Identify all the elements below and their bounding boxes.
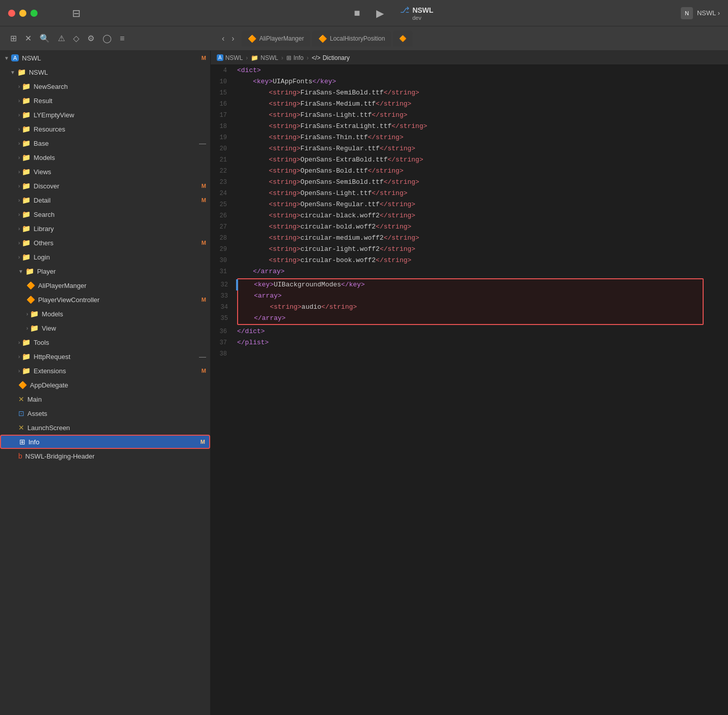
line-number: 26 bbox=[211, 210, 235, 221]
folder-icon-view: 📁 bbox=[30, 324, 39, 332]
tab-more[interactable]: 🔶 bbox=[393, 30, 413, 47]
chevron-right-icon-view: › bbox=[26, 326, 28, 331]
chevron-right-icon-views: › bbox=[18, 169, 20, 175]
sidebar-item-appdelegate[interactable]: 🔶 AppDelegate bbox=[0, 378, 210, 392]
diamond-icon[interactable]: ◇ bbox=[71, 31, 81, 45]
tab-localhistoryposition[interactable]: 🔶 LocalHistoryPosition bbox=[312, 30, 391, 47]
code-line-15: 15 <string>FiraSans-SemiBold.ttf</string… bbox=[211, 87, 728, 99]
menu-icon[interactable]: ≡ bbox=[118, 32, 126, 45]
nav-forward-icon[interactable]: › bbox=[228, 33, 237, 44]
sidebar-item-result[interactable]: › 📁 Result bbox=[0, 93, 210, 108]
sidebar-item-playerviewcontroller[interactable]: 🔶 PlayerViewController M bbox=[0, 292, 210, 307]
sidebar-item-main[interactable]: ✕ Main bbox=[0, 392, 210, 406]
minimize-button[interactable] bbox=[19, 10, 26, 17]
sidebar-item-aliplayermanger[interactable]: 🔶 AliPlayerManger bbox=[0, 278, 210, 292]
breadcrumb-sep-1: › bbox=[246, 54, 248, 61]
sidebar-item-player[interactable]: ▼ 📁 Player bbox=[0, 264, 210, 278]
warning-icon[interactable]: ⚠ bbox=[56, 31, 67, 45]
asset-icon-assets: ⊡ bbox=[18, 409, 24, 417]
sidebar-item-assets[interactable]: ⊡ Assets bbox=[0, 406, 210, 420]
breadcrumb-nswl-folder[interactable]: 📁 NSWL bbox=[251, 54, 278, 61]
code-line-34: 34 <string>audio</string> bbox=[238, 302, 703, 313]
sidebar-item-lyemptyview[interactable]: › 📁 LYEmptyView bbox=[0, 108, 210, 122]
sidebar-item-bridging-header[interactable]: b NSWL-Bridging-Header bbox=[0, 449, 210, 463]
line-number: 31 bbox=[211, 266, 235, 277]
sidebar-item-login[interactable]: › 📁 Login bbox=[0, 250, 210, 264]
folder-icon-result: 📁 bbox=[22, 96, 30, 105]
branch-name: dev bbox=[412, 15, 421, 21]
sidebar-item-extensions[interactable]: › 📁 Extensions M bbox=[0, 364, 210, 378]
line-number: 30 bbox=[211, 255, 235, 266]
sidebar-label-assets: Assets bbox=[27, 410, 47, 417]
swift-icon: 🔶 bbox=[248, 35, 256, 43]
maximize-button[interactable] bbox=[30, 10, 38, 17]
stop-icon[interactable]: ■ bbox=[354, 7, 360, 19]
sidebar-item-discover[interactable]: › 📁 Discover M bbox=[0, 179, 210, 193]
sidebar-item-newsearch[interactable]: › 📁 NewSearch bbox=[0, 79, 210, 93]
line-number: 15 bbox=[211, 87, 235, 99]
grid-icon[interactable]: ⊞ bbox=[8, 31, 19, 45]
account-label[interactable]: NSWL › bbox=[697, 9, 720, 17]
title-bar: ⊟ ■ ▶ ⎇ NSWL dev N NSWL › bbox=[0, 0, 728, 26]
breadcrumb-info[interactable]: ⊞ Info bbox=[286, 54, 304, 61]
run-icon[interactable]: ▶ bbox=[376, 7, 384, 19]
line-number: 34 bbox=[212, 302, 236, 313]
sidebar-item-search[interactable]: › 📁 Search bbox=[0, 207, 210, 221]
sidebar-item-view[interactable]: › 📁 View bbox=[0, 321, 210, 335]
sidebar-item-library[interactable]: › 📁 Library bbox=[0, 221, 210, 236]
chevron-right-icon-result: › bbox=[18, 98, 20, 104]
sidebar-item-resources[interactable]: › 📁 Resources bbox=[0, 122, 210, 136]
avatar[interactable]: N bbox=[681, 7, 693, 19]
sidebar-item-detail[interactable]: › 📁 Detail M bbox=[0, 193, 210, 207]
oval-icon[interactable]: ◯ bbox=[101, 31, 114, 45]
sidebar-item-base[interactable]: › 📁 Base — bbox=[0, 136, 210, 150]
line-number: 22 bbox=[211, 166, 235, 177]
breadcrumb-nswl-app[interactable]: A NSWL bbox=[217, 54, 243, 61]
sidebar-item-httprequest[interactable]: › 📁 HttpRequest — bbox=[0, 349, 210, 364]
chevron-right-icon-detail: › bbox=[18, 198, 20, 203]
sidebar-label-result: Result bbox=[34, 97, 52, 105]
code-area[interactable]: 4 <dict> 10 <key>UIAppFonts</key> 15 <st… bbox=[211, 65, 728, 715]
code-content: </array> bbox=[237, 266, 728, 277]
sidebar-label-launchscreen: LaunchScreen bbox=[27, 424, 70, 432]
sidebar-item-views[interactable]: › 📁 Views bbox=[0, 165, 210, 179]
sidebar-label-detail: Detail bbox=[34, 197, 50, 204]
sidebar-item-tools[interactable]: › 📁 Tools bbox=[0, 335, 210, 349]
folder-icon-models2: 📁 bbox=[30, 310, 39, 318]
sidebar-toggle-icon[interactable]: ⊟ bbox=[72, 7, 81, 19]
code-line-26: 26 <string>circular-black.woff2</string> bbox=[211, 210, 728, 221]
line-indicator-blue bbox=[236, 279, 238, 290]
code-line-24: 24 <string>OpenSans-Light.ttf</string> bbox=[211, 188, 728, 199]
code-content: <array> bbox=[238, 290, 703, 302]
badge-discover: M bbox=[202, 183, 206, 189]
line-number: 35 bbox=[212, 313, 236, 324]
swift-icon-2: 🔶 bbox=[318, 35, 327, 43]
close-button[interactable] bbox=[8, 10, 15, 17]
filter-icon[interactable]: ✕ bbox=[23, 31, 34, 45]
sidebar-item-models[interactable]: › 📁 Models bbox=[0, 150, 210, 165]
folder-icon-base: 📁 bbox=[22, 139, 30, 147]
toolbar-left: ⊞ ✕ 🔍 ⚠ ◇ ⚙ ◯ ≡ bbox=[4, 31, 215, 45]
tab-aliplayermanger[interactable]: 🔶 AliPlayerManger bbox=[242, 30, 310, 47]
sidebar-label-resources: Resources bbox=[34, 125, 65, 133]
sidebar-label-aliplayermanger: AliPlayerManger bbox=[38, 282, 86, 289]
code-content: <string>circular-bold.woff2</string> bbox=[237, 221, 728, 233]
swift-icon-bridging: b bbox=[18, 452, 22, 460]
search-icon[interactable]: 🔍 bbox=[38, 31, 52, 45]
sidebar-item-models2[interactable]: › 📁 Models bbox=[0, 307, 210, 321]
folder-icon-models: 📁 bbox=[22, 153, 30, 161]
line-number: 24 bbox=[211, 188, 235, 199]
sidebar-item-nswl-folder[interactable]: ▼ 📁 NSWL bbox=[0, 65, 210, 79]
sidebar-item-launchscreen[interactable]: ✕ LaunchScreen bbox=[0, 420, 210, 435]
breadcrumb-dictionary[interactable]: </> Dictionary bbox=[312, 54, 350, 61]
sidebar-label-player: Player bbox=[37, 268, 56, 275]
config-icon[interactable]: ⚙ bbox=[85, 31, 96, 45]
folder-icon-discover: 📁 bbox=[22, 182, 30, 190]
chevron-down-icon-2: ▼ bbox=[10, 70, 15, 75]
folder-icon-resources: 📁 bbox=[22, 125, 30, 133]
window-controls[interactable] bbox=[8, 10, 38, 17]
sidebar-item-info[interactable]: ⊞ Info M bbox=[0, 435, 210, 449]
sidebar-item-nswl-root[interactable]: ▼ A NSWL M bbox=[0, 51, 210, 65]
nav-back-icon[interactable]: ‹ bbox=[219, 33, 227, 44]
sidebar-item-others[interactable]: › 📁 Others M bbox=[0, 236, 210, 250]
